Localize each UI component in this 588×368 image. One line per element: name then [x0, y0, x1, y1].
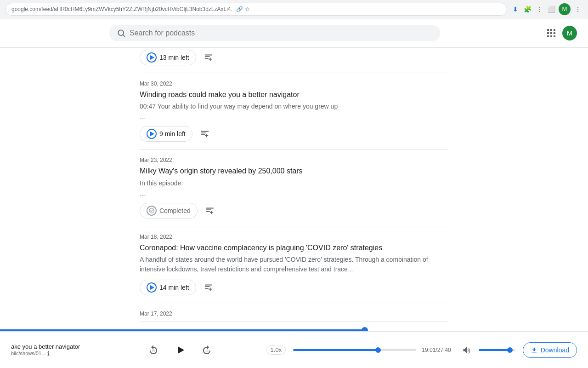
- svg-rect-36: [531, 352, 537, 352]
- play-circle-icon: [147, 52, 157, 63]
- progress-track[interactable]: [293, 349, 416, 351]
- list-item: Mar 17, 2022: [140, 303, 448, 322]
- browser-chrome: google.com/feed/aHR0cHM6Ly9mZWVkcy5hY2Zt…: [0, 0, 588, 18]
- queue-add-icon: [204, 282, 214, 293]
- episode-ellipsis: …: [140, 190, 448, 197]
- volume-area: [458, 342, 515, 358]
- time-display: 19:01/27:40: [422, 347, 451, 353]
- play-duration-label: 9 min left: [159, 130, 186, 138]
- play-triangle-icon: [150, 132, 154, 136]
- browser-window-icon[interactable]: ⬜: [547, 5, 556, 14]
- svg-rect-8: [547, 35, 549, 37]
- episode-actions: 14 min left: [140, 280, 448, 295]
- play-label: 13 min left: [159, 54, 189, 61]
- svg-rect-9: [550, 35, 552, 37]
- download-label: Download: [541, 346, 569, 354]
- completed-label: Completed: [159, 207, 191, 214]
- volume-button[interactable]: [458, 342, 475, 358]
- download-icon: [531, 346, 538, 354]
- queue-add-icon: [200, 129, 210, 139]
- user-avatar[interactable]: M: [562, 26, 577, 40]
- episodes-list: 13 min left Mar 30, 2022 Winding roads: [129, 48, 459, 331]
- play-button-ep3[interactable]: 14 min left: [140, 280, 196, 295]
- progress-thumb[interactable]: [375, 347, 381, 353]
- add-to-queue-button-ep1[interactable]: [198, 127, 212, 141]
- episode-title[interactable]: Coronapod: How vaccine complacency is pl…: [140, 243, 448, 253]
- play-duration-label: 14 min left: [159, 284, 189, 291]
- app-container: M 13 min left: [0, 18, 588, 331]
- play-pause-button[interactable]: [171, 341, 189, 359]
- play-triangle-icon: [150, 55, 154, 60]
- total-time: 27:40: [437, 347, 451, 353]
- list-item: Mar 30, 2022 Winding roads could make yo…: [140, 73, 448, 150]
- completed-check-icon: [147, 206, 157, 216]
- completed-button-ep2[interactable]: Completed: [140, 203, 198, 218]
- add-to-queue-button-ep0[interactable]: [202, 51, 215, 64]
- play-circle-icon: [147, 129, 157, 139]
- svg-text:10: 10: [152, 349, 155, 352]
- episode-ellipsis: …: [140, 113, 448, 121]
- volume-track[interactable]: [479, 349, 515, 351]
- episode-date: Mar 18, 2022: [140, 234, 448, 240]
- episode-title[interactable]: Winding roads could make you a better na…: [140, 90, 448, 100]
- volume-fill: [479, 349, 510, 351]
- play-icon: [172, 342, 188, 358]
- download-button[interactable]: Download: [523, 342, 577, 358]
- current-time: 19:01: [422, 347, 435, 353]
- rewind-icon: 10: [148, 345, 159, 356]
- episode-date: Mar 23, 2022: [140, 157, 448, 163]
- play-button-ep1[interactable]: 9 min left: [140, 126, 192, 142]
- episode-actions: Completed: [140, 203, 448, 218]
- player-info: ake you a better navigator blic/shows/01…: [11, 343, 94, 357]
- svg-rect-2: [547, 29, 549, 31]
- add-to-queue-button-ep3[interactable]: [202, 281, 215, 294]
- svg-rect-4: [554, 29, 555, 31]
- player-bar: ake you a better navigator blic/shows/01…: [0, 331, 588, 368]
- player-info-icon[interactable]: ℹ: [47, 350, 50, 357]
- episode-description: A handful of states around the world hav…: [140, 255, 448, 274]
- progress-fill: [293, 349, 378, 351]
- svg-rect-6: [550, 32, 552, 34]
- volume-thumb[interactable]: [507, 347, 513, 353]
- queue-add-icon: [204, 52, 214, 63]
- forward-icon: 10: [201, 345, 212, 356]
- player-podcast-subtitle: blic/shows/01...: [11, 351, 45, 356]
- list-item: 13 min left: [140, 48, 448, 73]
- play-circle-icon: [147, 282, 157, 293]
- search-bar[interactable]: [109, 25, 440, 41]
- player-episode-title: ake you a better navigator: [11, 343, 94, 350]
- url-bar[interactable]: google.com/feed/aHR0cHM6Ly9mZWVkcy5hY2Zt…: [6, 3, 507, 16]
- episode-date: Mar 17, 2022: [140, 310, 448, 317]
- svg-rect-7: [554, 32, 555, 34]
- url-text: google.com/feed/aHR0cHM6Ly9mZWVkcy5hY2Zt…: [11, 6, 232, 12]
- browser-download-icon[interactable]: ⬇: [511, 5, 520, 14]
- svg-text:10: 10: [205, 349, 209, 352]
- grid-icon[interactable]: [546, 28, 557, 39]
- list-item: Mar 18, 2022 Coronapod: How vaccine comp…: [140, 226, 448, 303]
- search-icon: [117, 29, 126, 38]
- header-right: M: [546, 26, 577, 40]
- browser-overflow-icon[interactable]: ⋮: [573, 5, 582, 14]
- search-input[interactable]: [130, 29, 433, 37]
- browser-extension-icon[interactable]: 🧩: [523, 5, 532, 14]
- episode-title[interactable]: Milky Way's origin story revealed by 250…: [140, 166, 448, 176]
- svg-marker-35: [463, 347, 467, 353]
- browser-avatar[interactable]: M: [559, 3, 571, 15]
- forward-button[interactable]: 10: [198, 342, 215, 358]
- rewind-button[interactable]: 10: [145, 342, 162, 358]
- queue-add-icon: [205, 206, 215, 216]
- play-button-ep0[interactable]: 13 min left: [140, 50, 196, 65]
- progress-bar-area: 19:01/27:40: [293, 347, 451, 353]
- playback-speed-button[interactable]: 1.0x: [266, 345, 286, 355]
- app-header: M: [0, 18, 588, 48]
- episode-actions: 13 min left: [140, 50, 448, 65]
- browser-menu-icon[interactable]: ⋮: [535, 5, 544, 14]
- player-controls: 10 10: [101, 341, 259, 359]
- svg-line-1: [123, 34, 125, 36]
- browser-icons: ⬇ 🧩 ⋮ ⬜ M ⋮: [511, 3, 582, 15]
- svg-rect-5: [547, 32, 549, 34]
- svg-rect-3: [550, 29, 552, 31]
- play-triangle-icon: [150, 285, 154, 290]
- svg-marker-33: [178, 346, 184, 354]
- add-to-queue-button-ep2[interactable]: [203, 204, 217, 218]
